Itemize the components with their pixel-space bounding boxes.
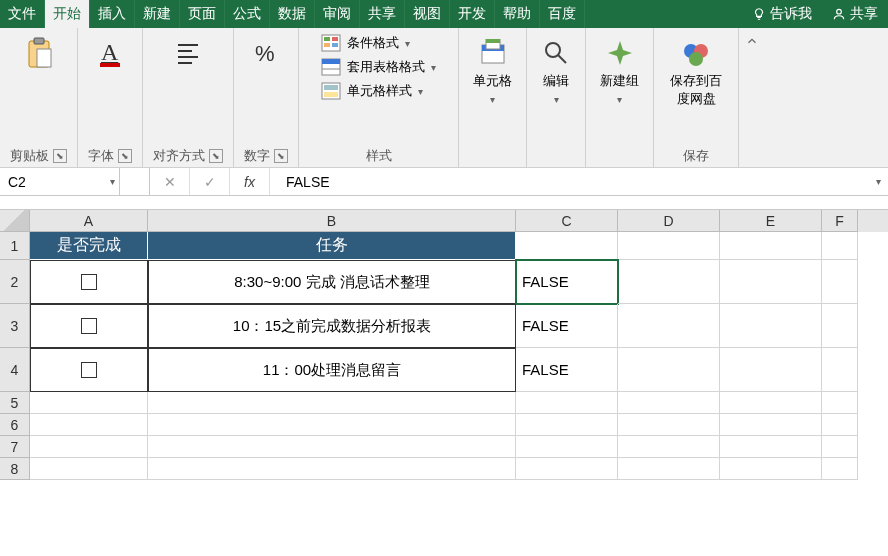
cell-D3[interactable] [618,304,720,348]
name-box-dropdown[interactable]: ▾ [110,176,115,187]
alignment-launcher[interactable]: ⬊ [209,149,223,163]
menu-tab-home[interactable]: 开始 [45,0,90,28]
cell-B5[interactable] [148,392,516,414]
font-launcher[interactable]: ⬊ [118,149,132,163]
menu-tab-pagelayout[interactable]: 页面 [180,0,225,28]
col-header-D[interactable]: D [618,210,720,232]
cell-D2[interactable] [618,260,720,304]
cells-button[interactable]: 单元格 ▾ [469,34,516,109]
cell-A2[interactable] [30,260,148,304]
menu-tab-view[interactable]: 视图 [405,0,450,28]
checkbox-icon[interactable] [81,362,97,378]
cell-A3[interactable] [30,304,148,348]
row-header-3[interactable]: 3 [0,304,30,348]
cell-F2[interactable] [822,260,858,304]
menu-tab-help[interactable]: 帮助 [495,0,540,28]
checkbox-icon[interactable] [81,318,97,334]
menu-tab-review[interactable]: 审阅 [315,0,360,28]
menu-tab-baidu[interactable]: 百度 [540,0,585,28]
cell-D6[interactable] [618,414,720,436]
menu-tab-new[interactable]: 新建 [135,0,180,28]
menu-tab-data[interactable]: 数据 [270,0,315,28]
cell-styles-button[interactable]: 单元格样式▾ [321,82,423,100]
menu-tab-insert[interactable]: 插入 [90,0,135,28]
cell-C8[interactable] [516,458,618,480]
row-header-7[interactable]: 7 [0,436,30,458]
cell-C4[interactable]: FALSE [516,348,618,392]
cell-D4[interactable] [618,348,720,392]
cell-A7[interactable] [30,436,148,458]
row-header-1[interactable]: 1 [0,232,30,260]
cell-B6[interactable] [148,414,516,436]
col-header-F[interactable]: F [822,210,858,232]
col-header-C[interactable]: C [516,210,618,232]
menu-tab-developer[interactable]: 开发 [450,0,495,28]
editing-button[interactable]: 编辑 ▾ [537,34,575,109]
paste-button[interactable] [20,34,58,72]
row-header-8[interactable]: 8 [0,458,30,480]
newgroup-button[interactable]: 新建组 ▾ [596,34,643,109]
enter-formula-button[interactable]: ✓ [190,168,230,195]
cell-D1[interactable] [618,232,720,260]
tell-me[interactable]: 告诉我 [742,0,822,28]
cell-E7[interactable] [720,436,822,458]
row-header-4[interactable]: 4 [0,348,30,392]
cell-D7[interactable] [618,436,720,458]
cell-F4[interactable] [822,348,858,392]
format-as-table-button[interactable]: 套用表格格式▾ [321,58,436,76]
cell-C5[interactable] [516,392,618,414]
cell-B1[interactable]: 任务 [148,232,516,260]
checkbox-icon[interactable] [81,274,97,290]
save-to-baidu-button[interactable]: 保存到百度网盘 [664,34,728,112]
insert-function-button[interactable]: fx [230,168,270,195]
cell-F8[interactable] [822,458,858,480]
cell-F3[interactable] [822,304,858,348]
cell-B2[interactable]: 8:30~9:00 完成 消息话术整理 [148,260,516,304]
cell-C1[interactable] [516,232,618,260]
menu-tab-share[interactable]: 共享 [360,0,405,28]
select-all-corner[interactable] [0,210,30,232]
share-button[interactable]: 共享 [822,0,888,28]
formula-bar-expand[interactable]: ▾ [868,168,888,195]
menu-tab-formulas[interactable]: 公式 [225,0,270,28]
number-button[interactable]: % [247,34,285,72]
cell-F5[interactable] [822,392,858,414]
cell-C7[interactable] [516,436,618,458]
cell-D8[interactable] [618,458,720,480]
cell-C3[interactable]: FALSE [516,304,618,348]
cell-E3[interactable] [720,304,822,348]
col-header-A[interactable]: A [30,210,148,232]
cell-D5[interactable] [618,392,720,414]
col-header-B[interactable]: B [148,210,516,232]
cell-B3[interactable]: 10：15之前完成数据分析报表 [148,304,516,348]
cell-A4[interactable] [30,348,148,392]
cell-E8[interactable] [720,458,822,480]
font-button[interactable]: A [91,34,129,72]
row-header-5[interactable]: 5 [0,392,30,414]
cell-E6[interactable] [720,414,822,436]
cell-A5[interactable] [30,392,148,414]
row-header-2[interactable]: 2 [0,260,30,304]
conditional-formatting-button[interactable]: 条件格式▾ [321,34,410,52]
row-header-6[interactable]: 6 [0,414,30,436]
menu-tab-file[interactable]: 文件 [0,0,45,28]
cell-E1[interactable] [720,232,822,260]
cell-F6[interactable] [822,414,858,436]
cancel-formula-button[interactable]: ✕ [150,168,190,195]
cell-C6[interactable] [516,414,618,436]
clipboard-launcher[interactable]: ⬊ [53,149,67,163]
cell-A8[interactable] [30,458,148,480]
number-launcher[interactable]: ⬊ [274,149,288,163]
cell-E4[interactable] [720,348,822,392]
cell-E2[interactable] [720,260,822,304]
cell-A6[interactable] [30,414,148,436]
cell-E5[interactable] [720,392,822,414]
cell-B8[interactable] [148,458,516,480]
cell-A1[interactable]: 是否完成 [30,232,148,260]
alignment-button[interactable] [169,34,207,72]
cell-F1[interactable] [822,232,858,260]
cell-B4[interactable]: 11：00处理消息留言 [148,348,516,392]
ribbon-collapse-button[interactable] [739,28,765,167]
cell-C2[interactable]: FALSE [516,260,618,304]
formula-input[interactable]: FALSE [270,168,868,195]
